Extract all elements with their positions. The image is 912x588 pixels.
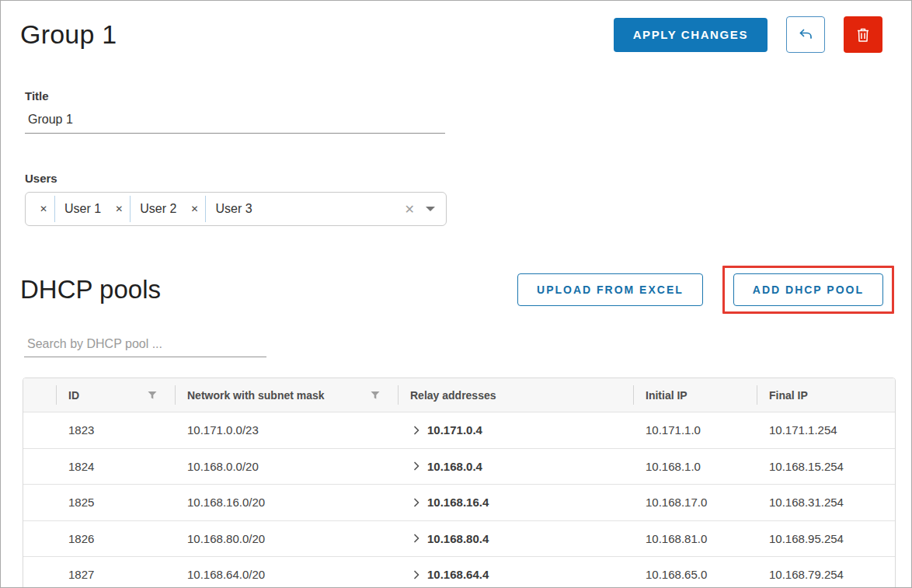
column-header-id[interactable]: ID [56,378,175,412]
column-header-initial-ip[interactable]: Initial IP [633,378,757,412]
cell-id: 1824 [56,449,175,485]
column-header-network[interactable]: Network with subnet mask [175,378,398,412]
cell-relay: 10.168.80.4 [398,521,633,557]
user-chip: ✕ User 1 [33,193,109,225]
cell-network: 10.168.64.0/20 [175,557,398,588]
apply-changes-button[interactable]: APPLY CHANGES [614,18,768,52]
header-actions: APPLY CHANGES [614,16,882,53]
filter-icon[interactable] [371,391,380,400]
dhcp-search [24,334,911,357]
user-chip-label: User 2 [131,202,184,216]
cell-network: 10.171.0.0/23 [175,412,398,448]
title-field: Title [25,89,445,134]
cell-relay-value: 10.168.64.4 [427,568,489,581]
cell-relay-value: 10.168.80.4 [427,532,489,545]
table-header-row: ID Network with subnet mask Relay addres… [23,378,895,412]
cell-initial-ip: 10.168.81.0 [633,521,757,557]
table-row: 1823 10.171.0.0/23 10.171.0.4 10.171.1.0… [23,412,895,448]
table-body: 1823 10.171.0.0/23 10.171.0.4 10.171.1.0… [23,412,895,588]
dhcp-search-input[interactable] [24,334,266,357]
cell-id: 1825 [56,485,175,520]
cell-initial-ip: 10.168.65.0 [633,557,757,588]
dropdown-caret-icon[interactable] [426,207,435,211]
row-spacer [23,412,56,448]
cell-relay-value: 10.168.0.4 [427,460,482,473]
column-label: ID [68,389,79,402]
cell-relay: 10.168.16.4 [398,485,633,520]
dhcp-pools-table: ID Network with subnet mask Relay addres… [23,378,896,588]
cell-final-ip: 10.171.1.254 [757,412,896,448]
cell-id: 1827 [56,557,175,588]
title-input[interactable] [25,110,445,134]
remove-user-icon[interactable]: ✕ [184,204,205,214]
upload-from-excel-button[interactable]: UPLOAD FROM EXCEL [517,273,703,306]
delete-button[interactable] [844,16,882,53]
cell-relay: 10.168.64.4 [398,557,633,588]
table-row: 1827 10.168.64.0/20 10.168.64.4 10.168.6… [23,556,895,588]
cell-network: 10.168.80.0/20 [175,521,398,557]
cell-final-ip: 10.168.79.254 [757,557,896,588]
expand-chevron-icon[interactable] [411,533,422,544]
expand-chevron-icon[interactable] [411,569,422,580]
cell-initial-ip: 10.168.17.0 [633,485,757,520]
column-label: Network with subnet mask [187,389,325,402]
add-dhcp-pool-button[interactable]: ADD DHCP POOL [733,273,883,306]
user-chip: ✕ User 2 [109,193,184,225]
expand-chevron-icon[interactable] [411,425,422,436]
cell-relay: 10.168.0.4 [398,449,633,485]
column-label: Initial IP [646,389,687,402]
cell-id: 1826 [56,521,175,557]
user-chips: ✕ User 1 ✕ User 2 ✕ User 3 [33,193,400,225]
row-spacer [23,557,56,588]
page-title: Group 1 [20,19,117,50]
table-row: 1826 10.168.80.0/20 10.168.80.4 10.168.8… [23,520,895,557]
cell-initial-ip: 10.171.1.0 [633,412,757,448]
users-label: Users [25,172,445,185]
row-spacer [23,449,56,485]
red-highlight-annotation: ADD DHCP POOL [722,266,894,314]
dhcp-section-header: DHCP pools UPLOAD FROM EXCEL ADD DHCP PO… [20,266,894,314]
table-row: 1824 10.168.0.0/20 10.168.0.4 10.168.1.0… [23,448,895,485]
row-spacer [23,485,56,520]
cell-initial-ip: 10.168.1.0 [633,449,757,485]
cell-id: 1823 [56,412,175,448]
user-chip-label: User 3 [206,202,259,216]
table-row: 1825 10.168.16.0/20 10.168.16.4 10.168.1… [23,484,895,520]
expand-chevron-icon[interactable] [411,497,422,508]
column-label: Final IP [769,389,808,402]
cell-relay-value: 10.171.0.4 [427,423,482,437]
undo-button[interactable] [786,16,825,53]
dhcp-pools-title: DHCP pools [20,275,161,304]
user-chip: ✕ User 3 [184,193,259,225]
cell-final-ip: 10.168.95.254 [757,521,896,557]
group-detail-page: Group 1 APPLY CHANGES [0,0,912,588]
column-header-final-ip[interactable]: Final IP [757,378,896,412]
column-label: Relay addresses [410,389,496,402]
row-spacer [23,521,56,557]
cell-final-ip: 10.168.31.254 [757,485,896,520]
clear-users-icon[interactable]: ✕ [400,202,419,217]
trash-icon [855,26,871,43]
cell-relay: 10.171.0.4 [398,412,633,448]
filter-icon[interactable] [148,391,157,400]
title-label: Title [25,89,445,103]
header-spacer [23,378,56,412]
expand-chevron-icon[interactable] [411,461,422,471]
remove-user-icon[interactable]: ✕ [109,204,130,214]
remove-user-icon[interactable]: ✕ [33,204,54,214]
cell-network: 10.168.16.0/20 [175,485,398,520]
page-header: Group 1 APPLY CHANGES [20,16,882,53]
cell-relay-value: 10.168.16.4 [427,496,489,509]
users-field: Users ✕ User 1 ✕ User 2 ✕ User 3 ✕ [25,172,445,226]
cell-network: 10.168.0.0/20 [175,449,398,485]
undo-icon [797,26,814,43]
user-chip-label: User 1 [55,202,109,216]
users-multiselect[interactable]: ✕ User 1 ✕ User 2 ✕ User 3 ✕ [25,192,447,226]
dhcp-buttons: UPLOAD FROM EXCEL ADD DHCP POOL [517,266,894,314]
column-header-relay[interactable]: Relay addresses [398,378,633,412]
cell-final-ip: 10.168.15.254 [757,449,896,485]
